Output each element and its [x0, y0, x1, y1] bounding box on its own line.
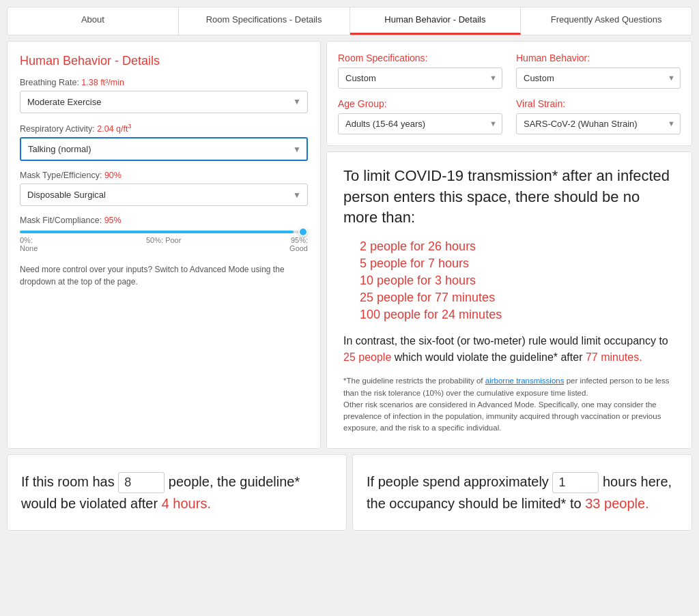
risk-item-2: 5 people for 7 hours: [360, 256, 675, 271]
mask-type-select-wrapper: Disposable Surgical No Mask Cloth Mask N…: [20, 184, 308, 206]
contrast-text: In contrast, the six-foot (or two-meter)…: [343, 333, 675, 366]
specs-grid: Room Specifications: Custom Office Class…: [338, 53, 681, 134]
respiratory-activity-group: Respiratory Activity: 2.04 q/ft3 Talking…: [20, 123, 308, 161]
tabs-row: About Room Specifications - Details Huma…: [7, 7, 692, 35]
viral-strain-select-wrapper: SARS-CoV-2 (Wuhan Strain) Delta Variant …: [516, 113, 681, 134]
mask-fit-slider[interactable]: 0%:None 50%: Poor 95%:Good: [20, 231, 308, 252]
age-group-field: Age Group: Adults (15-64 years) Children…: [338, 98, 502, 134]
age-group-select[interactable]: Adults (15-64 years) Children (< 15 year…: [338, 113, 502, 134]
bottom-right-text: If people spend approximately hours here…: [367, 471, 678, 514]
bottom-right-panel: If people spend approximately hours here…: [352, 454, 692, 531]
human-behavior-label: Human Behavior:: [516, 53, 681, 63]
slider-label-max: 95%:Good: [289, 236, 308, 252]
breathing-rate-select-wrapper: Moderate Exercise Rest Light Exercise He…: [20, 91, 308, 113]
mask-type-group: Mask Type/Efficiency: 90% Disposable Sur…: [20, 171, 308, 206]
left-panel: Human Behavior - Details Breathing Rate:…: [7, 41, 321, 449]
panel-title: Human Behavior - Details: [20, 54, 308, 68]
airborne-link[interactable]: airborne transmissions: [485, 377, 565, 385]
slider-label-mid: 50%: Poor: [146, 236, 181, 252]
tab-faq[interactable]: Frequently Asked Questions: [521, 8, 691, 35]
risk-item-1: 2 people for 26 hours: [360, 239, 675, 254]
room-spec-select-wrapper: Custom Office Classroom Restaurant ▼: [338, 68, 502, 89]
mask-fit-label: Mask Fit/Compliance: 95%: [20, 216, 308, 225]
tab-about[interactable]: About: [8, 8, 179, 35]
age-group-select-wrapper: Adults (15-64 years) Children (< 15 year…: [338, 113, 502, 134]
info-intro: To limit COVID-19 transmission* after an…: [343, 166, 675, 229]
slider-labels: 0%:None 50%: Poor 95%:Good: [20, 236, 308, 252]
breathing-rate-label: Breathing Rate: 1.38 ft³/min: [20, 78, 308, 87]
respiratory-select-wrapper: Talking (normal) Breathing only Speaking…: [20, 137, 308, 161]
respiratory-select[interactable]: Talking (normal) Breathing only Speaking…: [20, 137, 308, 161]
bottom-left-panel: If this room has people, the guideline* …: [7, 454, 347, 531]
viral-strain-select[interactable]: SARS-CoV-2 (Wuhan Strain) Delta Variant …: [516, 113, 681, 134]
bottom-left-text: If this room has people, the guideline* …: [21, 471, 332, 514]
room-spec-field: Room Specifications: Custom Office Class…: [338, 53, 502, 89]
mask-fit-group: Mask Fit/Compliance: 95% 0%:None 50%: Po…: [20, 216, 308, 252]
room-spec-select[interactable]: Custom Office Classroom Restaurant: [338, 68, 502, 89]
info-panel: To limit COVID-19 transmission* after an…: [326, 151, 692, 449]
slider-label-min: 0%:None: [20, 236, 38, 252]
mask-type-label: Mask Type/Efficiency: 90%: [20, 171, 308, 180]
age-group-label: Age Group:: [338, 98, 502, 109]
hint-text: Need more control over your inputs? Swit…: [20, 263, 308, 288]
right-panels: Room Specifications: Custom Office Class…: [326, 41, 692, 449]
tab-human-behavior[interactable]: Human Behavior - Details: [350, 8, 522, 35]
risk-item-3: 10 people for 3 hours: [360, 274, 675, 288]
top-right-panel: Room Specifications: Custom Office Class…: [326, 41, 692, 146]
viral-strain-field: Viral Strain: SARS-CoV-2 (Wuhan Strain) …: [516, 98, 681, 134]
viral-strain-label: Viral Strain:: [516, 98, 681, 109]
human-behavior-select[interactable]: Custom Office Classroom: [516, 68, 681, 89]
human-behavior-field: Human Behavior: Custom Office Classroom …: [516, 53, 681, 89]
tab-room-specs[interactable]: Room Specifications - Details: [179, 8, 350, 35]
breathing-rate-group: Breathing Rate: 1.38 ft³/min Moderate Ex…: [20, 78, 308, 113]
slider-thumb: [298, 227, 308, 237]
footnote: *The guideline restricts the probability…: [343, 375, 675, 434]
bottom-row: If this room has people, the guideline* …: [7, 454, 692, 531]
risk-list: 2 people for 26 hours 5 people for 7 hou…: [343, 239, 675, 322]
breathing-rate-select[interactable]: Moderate Exercise Rest Light Exercise He…: [20, 91, 308, 113]
hours-input[interactable]: [552, 472, 599, 493]
respiratory-label: Respiratory Activity: 2.04 q/ft3: [20, 123, 308, 134]
slider-track: [20, 231, 308, 233]
human-behavior-select-wrapper: Custom Office Classroom ▼: [516, 68, 681, 89]
risk-item-5: 100 people for 24 minutes: [360, 308, 675, 322]
risk-item-4: 25 people for 77 minutes: [360, 291, 675, 305]
room-spec-label: Room Specifications:: [338, 53, 502, 63]
room-people-input[interactable]: [118, 472, 165, 493]
mask-type-select[interactable]: Disposable Surgical No Mask Cloth Mask N…: [20, 184, 308, 206]
slider-fill: [20, 231, 294, 233]
